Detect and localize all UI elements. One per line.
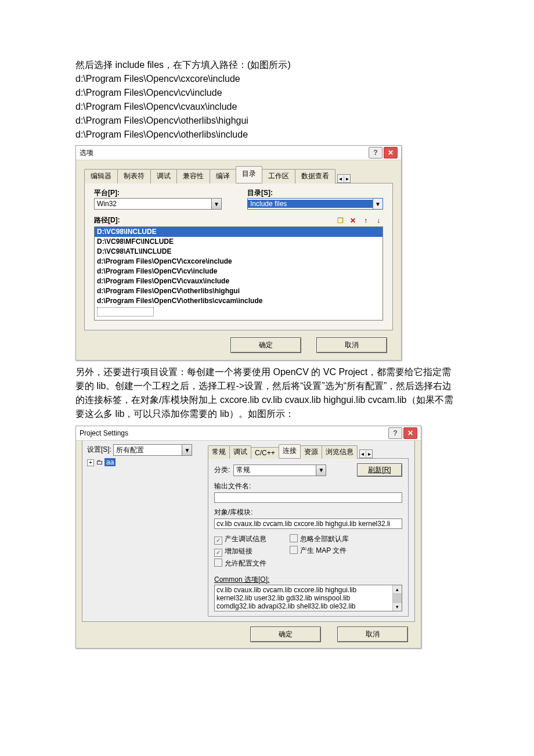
folder-icon: 🗀	[96, 458, 103, 466]
intro-line: d:\Program Files\Opencv\cxcore\include	[75, 72, 459, 86]
tab-scroll-left-icon: ◂	[339, 175, 344, 182]
tab-debug[interactable]: 调试	[229, 445, 251, 459]
category-label: 分类:	[214, 465, 230, 475]
move-up-icon[interactable]: ↑	[361, 216, 370, 225]
tab-scroll[interactable]: ◂▸	[337, 174, 351, 183]
checkbox-icon	[214, 559, 222, 567]
dialog-title: 选项	[80, 148, 93, 158]
refresh-button[interactable]: 刷新[R]	[357, 463, 402, 477]
cb-ignore-libs[interactable]: 忽略全部默认库	[290, 534, 349, 544]
tree-expand-icon[interactable]: +	[87, 459, 94, 466]
scroll-down-icon[interactable]: ▾	[393, 602, 402, 611]
cb-incremental[interactable]: 增加链接	[214, 546, 266, 557]
tree-item-selected[interactable]: aa	[104, 458, 116, 466]
show-dirs-label: 目录[S]:	[247, 188, 383, 198]
modules-input[interactable]: cv.lib cvaux.lib cvcam.lib cxcore.lib hi…	[214, 519, 402, 529]
checkbox-icon	[290, 534, 298, 542]
dialog-title: Project Settings	[80, 429, 128, 437]
tab-general[interactable]: 常规	[208, 445, 230, 459]
cb-profile[interactable]: 允许配置文件	[214, 559, 266, 568]
project-settings-dialog: Project Settings ? ✕ 设置[S]: 所有配置 ▼ +🗀aa …	[75, 426, 421, 649]
tab-debug[interactable]: 调试	[150, 169, 177, 183]
settings-for-label: 设置[S]:	[87, 445, 111, 453]
category-select[interactable]: 常规 ▼	[233, 465, 326, 476]
intro-line: d:\Program Files\Opencv\cv\include	[75, 86, 459, 100]
settings-for-select[interactable]: 所有配置 ▼	[113, 444, 192, 456]
cb-mapfile[interactable]: 产生 MAP 文件	[290, 546, 349, 556]
tab-compile[interactable]: 编译	[210, 169, 236, 183]
common-options-label: Common 选项[O]:	[214, 575, 402, 585]
path-item[interactable]: D:\VC98\MFC\INCLUDE	[95, 237, 383, 247]
tab-workspace[interactable]: 工作区	[262, 169, 295, 183]
delete-path-icon[interactable]: ✕	[348, 216, 358, 225]
platform-label: 平台[P]:	[94, 188, 224, 198]
path-item[interactable]: D:\VC98\INCLUDE	[95, 227, 383, 237]
tab-dataview[interactable]: 数据查看	[295, 169, 335, 183]
cancel-button[interactable]: 取消	[337, 627, 408, 642]
ok-button[interactable]: 确定	[250, 627, 321, 642]
path-item[interactable]: D:\VC98\ATL\INCLUDE	[95, 247, 383, 257]
new-path-icon[interactable]: ❐	[335, 216, 345, 225]
tab-scroll[interactable]: ◂▸	[359, 449, 373, 458]
dropdown-arrow-icon: ▼	[316, 465, 326, 476]
options-dialog: 选项 ? ✕ 编辑器 制表符 调试 兼容性 编译 目录 工作区 数据查看 ◂▸ …	[75, 145, 402, 361]
tab-resources[interactable]: 资源	[300, 445, 322, 459]
checkbox-icon	[290, 546, 298, 554]
mid-text: 另外，还要进行项目设置：每创建一个将要使用 OpenCV 的 VC Projec…	[75, 365, 459, 421]
dialog-buttons: 确定 取消	[76, 330, 401, 360]
ok-button[interactable]: 确定	[230, 337, 301, 353]
dialog-body: 平台[P]: Win32 ▼ 目录[S]: Include files ▼ 路径…	[84, 183, 393, 330]
path-item[interactable]: d:\Program Files\OpenCV\otherlibs\highgu…	[95, 286, 383, 296]
intro-line: d:\Program Files\Opencv\cvaux\include	[75, 100, 459, 114]
paths-listbox[interactable]: D:\VC98\INCLUDE D:\VC98\MFC\INCLUDE D:\V…	[94, 226, 383, 321]
platform-select[interactable]: Win32 ▼	[94, 198, 222, 210]
dialog-titlebar: Project Settings ? ✕	[76, 426, 421, 441]
scroll-up-icon[interactable]: ▴	[393, 585, 402, 594]
tab-bar: 编辑器 制表符 调试 兼容性 编译 目录 工作区 数据查看 ◂▸	[84, 166, 393, 183]
tab-browse[interactable]: 浏览信息	[322, 445, 358, 459]
help-button[interactable]: ?	[388, 427, 402, 439]
tab-scroll-right-icon: ▸	[368, 451, 371, 457]
modules-label: 对象/库模块:	[214, 507, 402, 517]
ps-tabbar: 常规 调试 C/C++ 连接 资源 浏览信息 ◂▸	[208, 444, 409, 459]
path-item[interactable]: d:\Program Files\OpenCV\cv\include	[95, 267, 383, 276]
output-filename-input[interactable]	[214, 492, 402, 503]
dialog-buttons: 确定 取消	[76, 622, 421, 648]
checkbox-icon	[214, 549, 222, 557]
intro-line: d:\Program Files\Opencv\otherlibs\includ…	[75, 128, 459, 142]
move-down-icon[interactable]: ↓	[374, 216, 383, 225]
tab-ccpp[interactable]: C/C++	[251, 447, 279, 459]
tab-scroll-right-icon: ▸	[346, 175, 349, 182]
cancel-button[interactable]: 取消	[316, 337, 387, 353]
path-item[interactable]: d:\Program Files\OpenCV\otherlibs\cvcam\…	[95, 296, 383, 306]
scrollbar[interactable]: ▴ ▾	[392, 585, 402, 611]
tab-link[interactable]: 连接	[279, 444, 301, 458]
outname-label: 输出文件名:	[214, 481, 402, 491]
intro-text: 然后选择 include files，在下方填入路径：(如图所示) d:\Pro…	[75, 58, 459, 142]
intro-line: d:\Program Files\Opencv\otherlibs\highgu…	[75, 114, 459, 128]
settings-left-pane: 设置[S]: 所有配置 ▼ +🗀aa	[82, 441, 205, 621]
common-options-textarea[interactable]: cv.lib cvaux.lib cvcam.lib cxcore.lib hi…	[214, 585, 402, 611]
tab-editor[interactable]: 编辑器	[84, 169, 118, 183]
scroll-thumb[interactable]	[393, 594, 402, 602]
dropdown-arrow-icon: ▼	[182, 445, 192, 455]
close-button[interactable]: ✕	[403, 427, 417, 439]
close-button[interactable]: ✕	[384, 147, 398, 159]
path-item[interactable]: d:\Program Files\OpenCV\cvaux\include	[95, 276, 383, 286]
new-path-placeholder[interactable]	[97, 307, 154, 316]
help-button[interactable]: ?	[369, 147, 383, 159]
tab-directories[interactable]: 目录	[236, 166, 262, 183]
cb-debuginfo[interactable]: 产生调试信息	[214, 534, 266, 545]
dropdown-arrow-icon: ▼	[211, 199, 221, 209]
common-line: cv.lib cvaux.lib cvcam.lib cxcore.lib hi…	[217, 586, 400, 594]
category-value: 常规	[234, 465, 316, 475]
path-item[interactable]: d:\Program Files\OpenCV\cxcore\include	[95, 257, 383, 267]
tab-tabstop[interactable]: 制表符	[117, 169, 151, 183]
settings-for-value: 所有配置	[114, 445, 182, 455]
tab-compat[interactable]: 兼容性	[176, 169, 210, 183]
show-dirs-select[interactable]: Include files ▼	[247, 198, 383, 210]
project-tree[interactable]: +🗀aa	[87, 458, 201, 466]
show-dirs-value: Include files	[248, 200, 373, 208]
platform-value: Win32	[95, 200, 211, 208]
tab-scroll-left-icon: ◂	[361, 451, 366, 457]
